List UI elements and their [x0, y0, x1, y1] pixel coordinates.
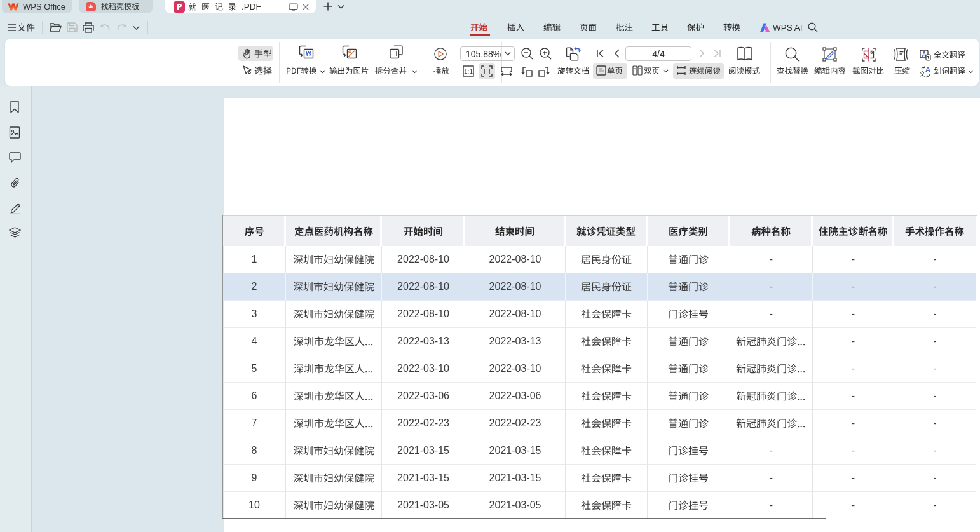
- svg-text:1:1: 1:1: [464, 68, 473, 75]
- svg-text:A: A: [925, 66, 930, 73]
